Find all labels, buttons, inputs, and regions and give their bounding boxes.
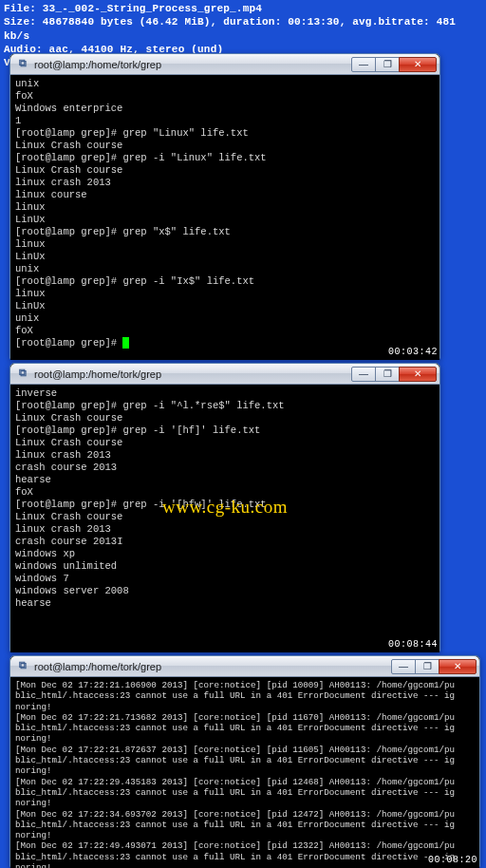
minimize-button[interactable]: —	[351, 367, 376, 382]
cursor	[122, 337, 129, 349]
close-button[interactable]: ✕	[399, 57, 437, 72]
close-button[interactable]: ✕	[399, 367, 437, 382]
close-button[interactable]: ✕	[439, 659, 477, 674]
terminal-body[interactable]: unix foX Windows enterprice 1 [root@lamp…	[10, 75, 439, 360]
minimize-button[interactable]: —	[391, 659, 416, 674]
maximize-button[interactable]: ❐	[415, 659, 439, 674]
size-line: Size: 48678840 bytes (46.42 MiB), durati…	[4, 15, 482, 43]
maximize-button[interactable]: ❐	[375, 57, 400, 72]
terminal-icon: ⧉	[16, 58, 29, 71]
terminal-window-2: ⧉ root@lamp:/home/tork/grep — ❐ ✕ invers…	[9, 363, 440, 651]
window-title: root@lamp:/home/tork/grep	[34, 661, 392, 672]
terminal-body[interactable]: inverse [root@lamp grep]# grep -i "^l.*r…	[10, 385, 439, 652]
window-controls: — ❐ ✕	[352, 57, 437, 72]
terminal-icon: ⧉	[16, 660, 29, 673]
video-timestamp: 00:08:44	[388, 639, 438, 650]
titlebar[interactable]: ⧉ root@lamp:/home/tork/grep — ❐ ✕	[10, 54, 439, 75]
maximize-button[interactable]: ❐	[375, 367, 400, 382]
window-title: root@lamp:/home/tork/grep	[34, 368, 352, 380]
terminal-body[interactable]: [Mon Dec 02 17:22:21.106900 2013] [core:…	[10, 677, 479, 868]
terminal-window-3: ⧉ root@lamp:/home/tork/grep — ❐ ✕ [Mon D…	[9, 655, 480, 867]
window-controls: — ❐ ✕	[392, 659, 477, 674]
video-timestamp: 00:08:20	[428, 855, 477, 865]
video-timestamp: 00:03:42	[388, 347, 438, 357]
terminal-window-1: ⧉ root@lamp:/home/tork/grep — ❐ ✕ unix f…	[9, 53, 440, 359]
minimize-button[interactable]: —	[351, 57, 376, 72]
window-title: root@lamp:/home/tork/grep	[34, 59, 352, 70]
titlebar[interactable]: ⧉ root@lamp:/home/tork/grep — ❐ ✕	[10, 656, 479, 677]
window-controls: — ❐ ✕	[352, 367, 437, 382]
terminal-icon: ⧉	[16, 368, 29, 381]
titlebar[interactable]: ⧉ root@lamp:/home/tork/grep — ❐ ✕	[10, 364, 439, 385]
file-line: File: 33_-_002-_String_Process_grep_.mp4	[4, 2, 482, 15]
